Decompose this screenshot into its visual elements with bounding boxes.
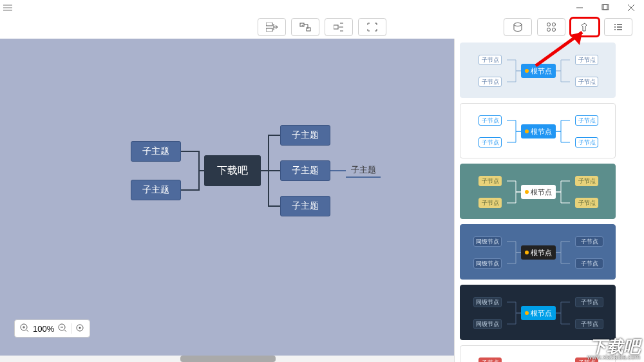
svg-rect-2	[266, 23, 272, 26]
svg-rect-7	[334, 25, 338, 29]
theme-leaf: 子节点	[478, 198, 502, 208]
theme-leaf: 子节点	[575, 115, 598, 126]
theme-leaf: 子节点	[575, 77, 598, 87]
theme-thumbnail[interactable]: 根节点子节点子节点子节点子节点	[460, 345, 616, 362]
theme-leaf: 子节点	[575, 297, 603, 307]
grandchild-node[interactable]: 子主题	[346, 164, 381, 178]
theme-leaf: 子节点	[575, 236, 603, 247]
theme-leaf: 子节点	[575, 258, 603, 269]
insert-child-button[interactable]: +	[291, 18, 319, 36]
svg-point-11	[547, 28, 551, 32]
canvas-hscroll[interactable]	[0, 356, 454, 362]
storage-button[interactable]	[504, 18, 532, 36]
theme-leaf: 子节点	[478, 115, 502, 126]
svg-point-8	[514, 23, 522, 26]
zoom-control: 100%	[14, 319, 90, 338]
node-label: 下载吧	[217, 164, 248, 178]
svg-rect-3	[266, 28, 272, 32]
theme-leaf: 同级节点	[473, 258, 502, 269]
insert-sibling-button[interactable]	[258, 18, 286, 36]
toolbar-right	[504, 18, 632, 36]
minimize-button[interactable]	[567, 0, 592, 15]
titlebar	[0, 0, 644, 15]
theme-leaf: 子节点	[575, 176, 598, 186]
grid-button[interactable]	[537, 18, 565, 36]
theme-leaf: 子节点	[478, 55, 502, 65]
node-label: 子主题	[351, 164, 376, 176]
theme-leaf: 子节点	[478, 77, 502, 87]
locate-icon[interactable]	[75, 323, 84, 334]
divider	[71, 323, 71, 334]
child-node[interactable]: 子主题	[280, 196, 330, 216]
theme-leaf: 子节点	[575, 55, 598, 65]
mindmap-canvas[interactable]: 下载吧 子主题 子主题 子主题 子主题 子主题 子主题 100%	[0, 39, 454, 362]
node-label: 子主题	[142, 184, 169, 196]
theme-leaf: 子节点	[575, 319, 603, 329]
theme-leaf: 子节点	[478, 176, 502, 186]
toolbar: +	[0, 15, 644, 39]
theme-thumbnail[interactable]: 根节点同级节点同级节点子节点子节点	[460, 224, 616, 280]
svg-point-9	[547, 23, 551, 26]
theme-panel[interactable]: 根节点子节点子节点子节点子节点 根节点子节点子节点子节点子节点 根节点子节点子节…	[454, 39, 634, 362]
theme-leaf: 子节点	[575, 198, 598, 208]
theme-leaf: 子节点	[478, 137, 502, 148]
theme-root: 根节点	[521, 185, 556, 199]
theme-root: 根节点	[521, 64, 556, 78]
node-label: 子主题	[142, 146, 169, 157]
connectors	[0, 39, 454, 362]
theme-thumbnail[interactable]: 根节点子节点子节点子节点子节点	[460, 43, 616, 98]
root-node[interactable]: 下载吧	[204, 155, 261, 186]
close-button[interactable]	[618, 0, 644, 15]
zoom-level: 100%	[33, 324, 54, 334]
child-node[interactable]: 子主题	[131, 180, 181, 200]
theme-leaf: 子节点	[575, 137, 598, 148]
node-label: 子主题	[292, 200, 319, 212]
toolbar-center: +	[258, 18, 386, 36]
theme-leaf: 同级节点	[473, 319, 502, 329]
svg-point-16	[79, 327, 81, 329]
theme-leaf: 子节点	[575, 357, 598, 362]
svg-rect-0	[602, 5, 607, 10]
theme-leaf: 同级节点	[473, 236, 502, 247]
zoom-out-icon[interactable]	[58, 323, 67, 334]
theme-thumbnail[interactable]: 根节点子节点子节点子节点子节点	[460, 164, 616, 219]
menu-button[interactable]	[0, 0, 15, 15]
focus-button[interactable]	[358, 18, 386, 36]
child-node[interactable]: 子主题	[280, 125, 330, 146]
svg-text:+: +	[301, 23, 303, 27]
theme-leaf: 子节点	[478, 357, 502, 362]
maximize-button[interactable]	[592, 0, 618, 15]
hscroll-thumb[interactable]	[180, 356, 276, 362]
svg-rect-5	[307, 28, 310, 31]
theme-leaf: 同级节点	[473, 297, 502, 307]
svg-point-10	[553, 23, 556, 26]
svg-point-12	[553, 28, 556, 32]
node-label: 子主题	[292, 129, 319, 141]
layout-button[interactable]	[325, 18, 353, 36]
outline-button[interactable]	[604, 18, 632, 36]
theme-root: 根节点	[521, 245, 556, 260]
child-node[interactable]: 子主题	[131, 141, 181, 162]
theme-button[interactable]	[571, 18, 599, 36]
theme-root: 根节点	[521, 124, 556, 138]
node-label: 子主题	[292, 165, 319, 176]
theme-root: 根节点	[521, 306, 556, 320]
theme-thumbnail[interactable]: 根节点子节点子节点子节点子节点	[460, 103, 616, 158]
window-controls	[567, 0, 644, 15]
theme-thumbnail[interactable]: 根节点同级节点同级节点子节点子节点	[460, 285, 616, 340]
zoom-in-icon[interactable]	[20, 323, 29, 334]
child-node[interactable]: 子主题	[280, 160, 330, 181]
svg-rect-1	[603, 5, 609, 10]
